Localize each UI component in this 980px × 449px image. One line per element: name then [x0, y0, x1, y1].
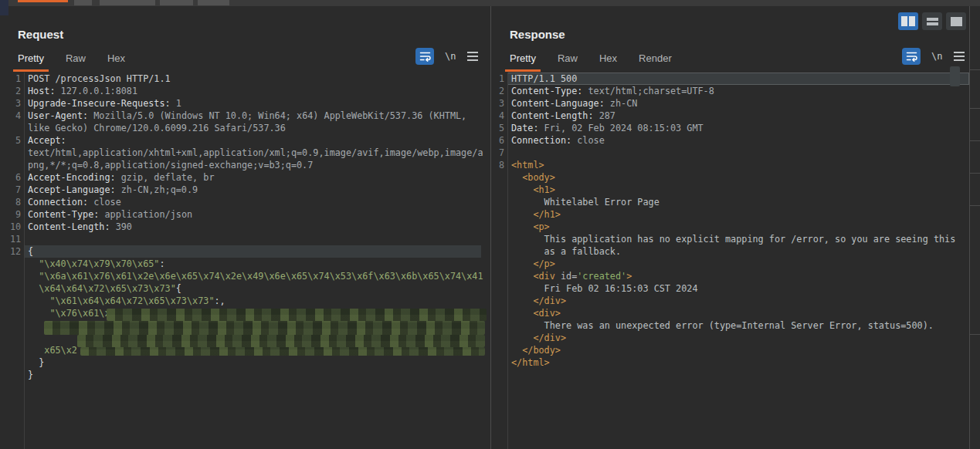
repeater-tab-active[interactable] — [18, 0, 68, 2]
code-line: </div> — [492, 332, 969, 344]
code-line: like Gecko) Chrome/120.0.6099.216 Safari… — [10, 122, 490, 134]
repeater-tab-bar — [8, 0, 980, 6]
code-line: <p> — [492, 221, 969, 233]
code-line: There was an unexpected error (type=Inte… — [492, 319, 969, 332]
hamburger-icon — [954, 52, 965, 53]
code-line: This application has no explicit mapping… — [492, 233, 969, 245]
code-line: 7 — [492, 147, 969, 159]
code-line: 7Accept-Language: zh-CN,zh;q=0.9 — [10, 184, 490, 196]
code-line: 1HTTP/1.1 500 — [492, 73, 969, 85]
code-line: png,*/*;q=0.8,application/signed-exchang… — [10, 159, 490, 171]
word-wrap-button[interactable] — [902, 48, 921, 65]
request-tab-hex[interactable]: Hex — [103, 49, 130, 72]
columns-icon — [901, 16, 907, 26]
response-panel-title: Response — [510, 28, 565, 41]
code-line: "\x6a\x61\x76\x61\x2e\x6e\x65\x74\x2e\x4… — [10, 270, 490, 282]
code-line: 5Date: Fri, 02 Feb 2024 08:15:03 GMT — [492, 122, 969, 134]
code-line: 9Content-Type: application/json — [10, 208, 490, 221]
code-line: 10Content-Length: 390 — [10, 221, 490, 233]
show-newlines-button[interactable]: \n — [931, 51, 942, 62]
response-tab-render[interactable]: Render — [634, 49, 677, 72]
layout-columns-button[interactable] — [898, 12, 918, 30]
code-line: \x64\x64\x72\x65\x73\x73"{ — [10, 282, 490, 295]
code-line: 6Accept-Encoding: gzip, deflate, br — [10, 171, 490, 184]
code-line: Whitelabel Error Page — [492, 196, 969, 208]
request-panel-title: Request — [18, 28, 63, 41]
code-line: </body> — [492, 344, 969, 356]
response-tab-pretty[interactable]: Pretty — [505, 49, 541, 72]
redaction-blur — [107, 309, 487, 321]
response-editor[interactable]: 1HTTP/1.1 5002Content-Type: text/html;ch… — [492, 73, 969, 449]
panel-splitter[interactable] — [490, 6, 491, 449]
layout-toggle-group — [898, 12, 966, 30]
code-line: } — [10, 369, 490, 381]
code-line: <div id='created'> — [492, 270, 969, 282]
request-tabs: PrettyRawHex — [13, 49, 142, 72]
inspector-collapsed-rail[interactable] — [970, 6, 980, 449]
response-tabs: PrettyRawHexRender — [505, 49, 689, 72]
code-line: </html> — [492, 356, 969, 369]
code-line: 5Accept: — [10, 134, 490, 147]
code-line: 4Content-Length: 287 — [492, 110, 969, 122]
code-line: </h1> — [492, 208, 969, 221]
hamburger-icon — [467, 52, 478, 53]
redaction-blur — [80, 347, 485, 356]
repeater-view: Request PrettyRawHex \n Response PrettyR… — [0, 0, 980, 449]
repeater-tab-5[interactable] — [198, 0, 229, 5]
request-tab-raw[interactable]: Raw — [61, 49, 90, 72]
response-tab-raw[interactable]: Raw — [553, 49, 582, 72]
code-line: Fri Feb 02 16:15:03 CST 2024 — [492, 282, 969, 295]
single-pane-icon — [951, 17, 962, 26]
code-line: 4User-Agent: Mozilla/5.0 (Windows NT 10.… — [10, 110, 490, 122]
code-line: text/html,application/xhtml+xml,applicat… — [10, 147, 490, 159]
layout-single-button[interactable] — [946, 12, 966, 30]
editor-menu-button[interactable] — [466, 49, 479, 63]
show-newlines-button[interactable]: \n — [445, 51, 456, 62]
word-wrap-icon — [419, 51, 431, 62]
response-scrollbar-thumb[interactable] — [950, 66, 960, 86]
request-editor-icons: \n — [415, 48, 479, 65]
repeater-tab-3[interactable] — [100, 0, 155, 5]
code-line: 2Content-Type: text/html;charset=UTF-8 — [492, 85, 969, 97]
code-line: </p> — [492, 258, 969, 270]
code-line: 8Connection: close — [10, 196, 490, 208]
code-line: 3Content-Language: zh-CN — [492, 97, 969, 110]
code-line: <body> — [492, 171, 969, 184]
repeater-tab-4[interactable] — [160, 0, 193, 5]
code-line: 8<html> — [492, 159, 969, 171]
response-tab-hex[interactable]: Hex — [595, 49, 622, 72]
redaction-blur — [44, 321, 485, 335]
code-line: 1POST /processJson HTTP/1.1 — [10, 73, 490, 85]
editor-menu-button[interactable] — [953, 49, 965, 63]
code-line: "\x61\x64\x64\x72\x65\x73\x73":, — [10, 295, 490, 307]
code-line: 11 — [10, 233, 490, 245]
code-line: </div> — [492, 295, 969, 307]
code-line: "\x40\x74\x79\x70\x65": — [10, 258, 490, 270]
response-editor-icons: \n — [902, 48, 965, 65]
redaction-blur — [77, 335, 485, 347]
request-tab-pretty[interactable]: Pretty — [13, 49, 49, 72]
code-line: as a fallback. — [492, 245, 969, 258]
code-line: } — [10, 356, 490, 369]
code-line: 2Host: 127.0.0.1:8081 — [10, 85, 490, 97]
window-edge — [0, 0, 8, 15]
request-editor[interactable]: 1POST /processJson HTTP/1.12Host: 127.0.… — [10, 73, 490, 449]
code-line: 3Upgrade-Insecure-Requests: 1 — [10, 97, 490, 110]
code-line: 12{ — [10, 245, 490, 258]
code-line: <h1> — [492, 184, 969, 196]
code-line: 6Connection: close — [492, 134, 969, 147]
word-wrap-button[interactable] — [415, 48, 434, 65]
layout-rows-button[interactable] — [922, 12, 942, 30]
rows-icon — [927, 18, 938, 25]
word-wrap-icon — [906, 51, 917, 62]
repeater-tab-2[interactable] — [74, 0, 92, 5]
code-line: <div> — [492, 307, 969, 319]
